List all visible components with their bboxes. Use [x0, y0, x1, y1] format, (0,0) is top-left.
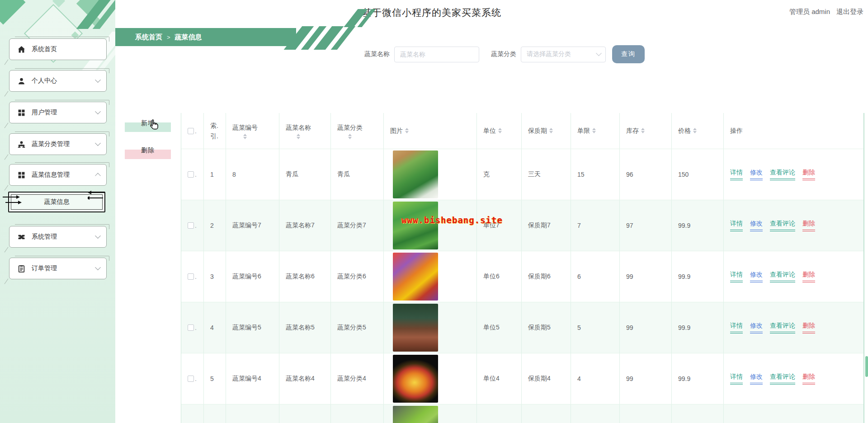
column-header-code[interactable]: 蔬菜编号	[226, 113, 279, 149]
cell-image	[384, 200, 477, 251]
cell-limit	[571, 404, 620, 423]
row-checkbox[interactable]	[188, 273, 194, 280]
row-checkbox[interactable]	[188, 222, 194, 229]
grid-icon	[18, 109, 25, 117]
checkbox-dot: .	[195, 222, 197, 229]
header-label-wrap: 保质期	[528, 126, 553, 136]
header-label-wrap: 蔬菜编号	[232, 122, 258, 139]
sidebar-subitem-label: 蔬菜信息	[44, 198, 70, 206]
cell-code: 蔬菜编号4	[226, 353, 279, 404]
home-icon	[18, 46, 25, 53]
action-comments-link[interactable]: 查看评论	[770, 220, 795, 231]
action-remove-link[interactable]: 删除	[802, 169, 815, 180]
sidebar-item-label: 蔬菜分类管理	[32, 140, 96, 148]
cell-price: 99.9	[672, 200, 724, 251]
column-header-unit[interactable]: 单位	[477, 113, 522, 149]
action-detail-link[interactable]: 详情	[730, 220, 743, 231]
action-detail-link[interactable]: 详情	[730, 169, 743, 180]
row-checkbox[interactable]	[188, 376, 194, 382]
watermark-text: www.bishebang.site	[401, 215, 503, 225]
cell-index: 1	[204, 149, 226, 200]
sidebar-item-个人中心[interactable]: 个人中心	[9, 70, 107, 92]
search-name-label: 蔬菜名称	[364, 50, 390, 58]
table-row: .18青瓜青瓜克三天1596150详情修改查看评论删除	[181, 149, 863, 200]
sidebar-item-蔬菜信息管理[interactable]: 蔬菜信息管理	[9, 164, 107, 186]
select-all-checkbox[interactable]	[188, 128, 194, 134]
user-icon	[18, 77, 25, 85]
action-edit-link[interactable]: 修改	[750, 169, 763, 180]
sort-caret-icon[interactable]	[693, 128, 697, 133]
query-button[interactable]: 查询	[612, 45, 645, 63]
action-detail-link[interactable]: 详情	[730, 373, 743, 385]
action-remove-link[interactable]: 删除	[802, 322, 815, 334]
action-comments-link[interactable]: 查看评论	[770, 169, 795, 180]
sidebar-item-label: 订单管理	[32, 264, 96, 273]
column-header-limit[interactable]: 单限	[571, 113, 620, 149]
sidebar-item-系统首页[interactable]: 系统首页	[9, 38, 107, 60]
table-row: .详情修改查看评论删除	[181, 404, 863, 423]
cell-image	[384, 404, 477, 423]
action-remove-link[interactable]: 删除	[802, 220, 815, 231]
header-label-wrap: 价格	[678, 126, 697, 136]
cell-name	[279, 404, 331, 423]
sort-caret-icon[interactable]	[641, 128, 645, 133]
delete-button[interactable]: 删除	[125, 142, 171, 159]
category-select-placeholder: 请选择蔬菜分类	[527, 50, 571, 58]
sort-caret-icon[interactable]	[549, 128, 553, 133]
cell-price	[672, 404, 724, 423]
sidebar-item-蔬菜分类管理[interactable]: 蔬菜分类管理	[9, 133, 107, 155]
sidebar-item-label: 用户管理	[32, 108, 96, 117]
column-header-price[interactable]: 价格	[672, 113, 724, 149]
column-header-stock[interactable]: 库存	[620, 113, 672, 149]
action-detail-link[interactable]: 详情	[730, 322, 743, 334]
action-comments-link[interactable]: 查看评论	[770, 373, 795, 385]
action-edit-link[interactable]: 修改	[750, 322, 763, 334]
sort-caret-icon[interactable]	[297, 134, 300, 139]
search-category-label: 蔬菜分类	[491, 50, 516, 58]
action-remove-link[interactable]: 删除	[802, 271, 815, 282]
cell-image	[384, 353, 477, 404]
sort-caret-icon[interactable]	[243, 134, 247, 139]
sidebar-item-用户管理[interactable]: 用户管理	[9, 102, 107, 123]
column-header-label: 图片	[390, 126, 403, 136]
action-edit-link[interactable]: 修改	[750, 220, 763, 231]
cell-price: 99.9	[672, 251, 724, 302]
cell-stock: 96	[620, 149, 672, 200]
checkbox-dot: .	[195, 324, 197, 331]
column-header-image[interactable]: 图片	[384, 113, 477, 149]
row-checkbox[interactable]	[188, 324, 194, 331]
column-header-label: 蔬菜分类	[337, 122, 363, 132]
action-comments-link[interactable]: 查看评论	[770, 322, 795, 334]
search-name-input[interactable]	[394, 47, 479, 62]
vegetable-image-colorful-fruits	[393, 253, 438, 301]
action-remove-link[interactable]: 删除	[802, 373, 815, 385]
breadcrumb-home[interactable]: 系统首页	[135, 33, 162, 42]
cell-checkbox: .	[181, 302, 204, 353]
action-edit-link[interactable]: 修改	[750, 271, 763, 282]
action-comments-link[interactable]: 查看评论	[770, 271, 795, 282]
sidebar-item-订单管理[interactable]: 订单管理	[9, 258, 107, 279]
sort-caret-icon[interactable]	[405, 128, 409, 133]
category-select[interactable]: 请选择蔬菜分类	[521, 47, 606, 62]
logout-link[interactable]: 退出登录	[836, 8, 863, 16]
cell-unit: 单位4	[477, 353, 522, 404]
column-header-label: 保质期	[528, 126, 547, 136]
cell-limit: 4	[571, 353, 620, 404]
column-header-shelf_life[interactable]: 保质期	[522, 113, 571, 149]
sort-caret-icon[interactable]	[592, 128, 596, 133]
cell-unit: 单位7	[477, 200, 522, 251]
table-header-row: .索.引.蔬菜编号蔬菜名称蔬菜分类图片单位保质期单限库存价格操作	[181, 113, 863, 149]
column-header-category[interactable]: 蔬菜分类	[331, 113, 384, 149]
row-checkbox[interactable]	[188, 171, 194, 178]
action-detail-link[interactable]: 详情	[730, 271, 743, 282]
cell-ops: 详情修改查看评论删除	[724, 404, 864, 423]
action-edit-link[interactable]: 修改	[750, 373, 763, 385]
sort-caret-icon[interactable]	[348, 134, 352, 139]
cell-name: 蔬菜名称6	[279, 251, 331, 302]
column-header-label: 单位	[483, 126, 496, 136]
column-header-name[interactable]: 蔬菜名称	[279, 113, 331, 149]
user-info: 管理员 admin 退出登录	[789, 8, 863, 16]
scrollbar-thumb[interactable]	[865, 356, 868, 377]
sort-caret-icon[interactable]	[498, 128, 502, 133]
sidebar-item-系统管理[interactable]: 系统管理	[9, 226, 107, 248]
